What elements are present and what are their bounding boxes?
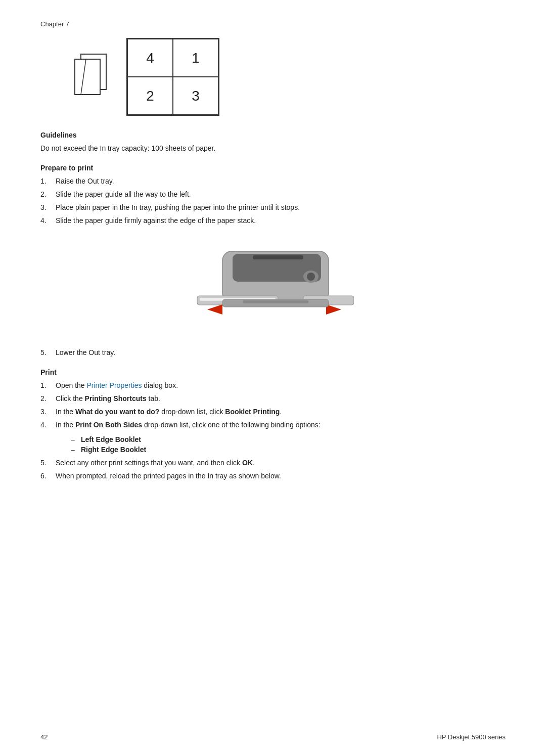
svg-point-7 <box>307 273 315 281</box>
page-footer: 42 HP Deskjet 5900 series <box>40 733 506 741</box>
print-step-num-4: 4. <box>40 420 56 430</box>
step-text-3: Place plain paper in the In tray, pushin… <box>56 202 300 213</box>
print-step-text-5: Select any other print settings that you… <box>56 458 255 468</box>
print-step-text-3: In the What do you want to do? drop-down… <box>56 407 282 417</box>
print-step-2: 2. Click the Printing Shortcuts tab. <box>40 393 506 404</box>
print-step-1: 1. Open the Printer Properties dialog bo… <box>40 380 506 391</box>
grid-cell-3: 3 <box>173 77 218 115</box>
printer-properties-link[interactable]: Printer Properties <box>87 381 142 389</box>
page-number-grid: 4 1 2 3 <box>126 38 219 116</box>
right-edge-booklet-bold: Right Edge Booklet <box>81 446 146 454</box>
print-on-both-sides-bold: Print On Both Sides <box>75 421 142 429</box>
ok-bold: OK <box>242 459 253 467</box>
prepare-step-1: 1. Raise the Out tray. <box>40 176 506 187</box>
print-step-6: 6. When prompted, reload the printed pag… <box>40 471 506 481</box>
print-step-3: 3. In the What do you want to do? drop-d… <box>40 407 506 417</box>
printer-image <box>192 236 354 337</box>
product-name: HP Deskjet 5900 series <box>437 733 506 741</box>
print-heading: Print <box>40 368 506 376</box>
print-step-4: 4. In the Print On Both Sides drop-down … <box>40 420 506 430</box>
step-text-1: Raise the Out tray. <box>56 176 114 187</box>
guidelines-heading: Guidelines <box>40 131 506 139</box>
print-step-text-2: Click the Printing Shortcuts tab. <box>56 393 160 404</box>
step5-list: 5. Lower the Out tray. <box>40 347 506 358</box>
print-step-text-6: When prompted, reload the printed pages … <box>56 471 281 481</box>
svg-rect-5 <box>253 255 303 259</box>
prepare-step-3: 3. Place plain paper in the In tray, pus… <box>40 202 506 213</box>
step5-text: Lower the Out tray. <box>56 347 115 358</box>
print-step-num-2: 2. <box>40 393 56 404</box>
chapter-label: Chapter 7 <box>40 20 506 28</box>
booklet-icon <box>71 52 111 102</box>
booklet-printing-bold: Booklet Printing <box>225 408 280 416</box>
dash-1: – <box>71 435 81 443</box>
step-text-4: Slide the paper guide firmly against the… <box>56 215 256 226</box>
binding-options-list: – Left Edge Booklet – Right Edge Booklet <box>71 435 506 454</box>
print-steps-after-list: 5. Select any other print settings that … <box>40 458 506 481</box>
left-edge-booklet-bold: Left Edge Booklet <box>81 435 141 443</box>
what-do-bold: What do you want to do? <box>75 408 159 416</box>
svg-rect-14 <box>243 300 308 303</box>
dash-2: – <box>71 446 81 454</box>
step-num-1: 1. <box>40 176 56 187</box>
print-step-num-6: 6. <box>40 471 56 481</box>
printing-shortcuts-bold: Printing Shortcuts <box>85 394 147 403</box>
right-edge-booklet-item: – Right Edge Booklet <box>71 446 506 454</box>
print-step-num-1: 1. <box>40 380 56 391</box>
svg-rect-1 <box>75 59 100 95</box>
step-num-3: 3. <box>40 202 56 213</box>
left-edge-booklet-item: – Left Edge Booklet <box>71 435 506 443</box>
print-step-text-4: In the Print On Both Sides drop-down lis… <box>56 420 321 430</box>
grid-cell-2: 2 <box>127 77 173 115</box>
prepare-step-2: 2. Slide the paper guide all the way to … <box>40 189 506 200</box>
prepare-to-print-heading: Prepare to print <box>40 164 506 172</box>
print-step-num-3: 3. <box>40 407 56 417</box>
page-number: 42 <box>40 733 48 741</box>
print-steps-list: 1. Open the Printer Properties dialog bo… <box>40 380 506 430</box>
print-step-num-5: 5. <box>40 458 56 468</box>
guidelines-text: Do not exceed the In tray capacity: 100 … <box>40 143 506 154</box>
diagram-area: 4 1 2 3 <box>71 38 506 116</box>
grid-cell-1: 1 <box>173 39 218 77</box>
print-step-5: 5. Select any other print settings that … <box>40 458 506 468</box>
grid-cell-4: 4 <box>127 39 173 77</box>
step-num-2: 2. <box>40 189 56 200</box>
step-text-2: Slide the paper guide all the way to the… <box>56 189 191 200</box>
prepare-step-4: 4. Slide the paper guide firmly against … <box>40 215 506 226</box>
step-5-item: 5. Lower the Out tray. <box>40 347 506 358</box>
step5-num: 5. <box>40 347 56 358</box>
print-step-text-1: Open the Printer Properties dialog box. <box>56 380 178 391</box>
prepare-steps-list: 1. Raise the Out tray. 2. Slide the pape… <box>40 176 506 226</box>
svg-marker-11 <box>207 304 222 315</box>
step-num-4: 4. <box>40 215 56 226</box>
